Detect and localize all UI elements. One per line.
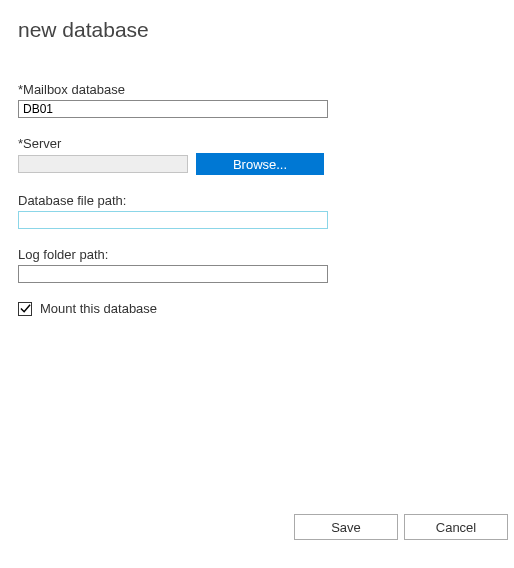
server-input [18,155,188,173]
server-row: Browse... [18,153,496,175]
mailbox-database-field: *Mailbox database [18,82,496,118]
page-title: new database [18,18,496,42]
dialog-footer: Save Cancel [294,514,508,540]
mount-checkbox-row: Mount this database [18,301,496,316]
database-file-path-label: Database file path: [18,193,496,208]
server-label: *Server [18,136,496,151]
database-file-path-field: Database file path: [18,193,496,229]
mount-checkbox[interactable] [18,302,32,316]
log-folder-path-field: Log folder path: [18,247,496,283]
mount-checkbox-label: Mount this database [40,301,157,316]
browse-button[interactable]: Browse... [196,153,324,175]
checkmark-icon [20,303,31,314]
mailbox-database-label: *Mailbox database [18,82,496,97]
log-folder-path-label: Log folder path: [18,247,496,262]
dialog-content: new database *Mailbox database *Server B… [0,0,514,334]
cancel-button[interactable]: Cancel [404,514,508,540]
server-field: *Server Browse... [18,136,496,175]
save-button[interactable]: Save [294,514,398,540]
mailbox-database-input[interactable] [18,100,328,118]
database-file-path-input[interactable] [18,211,328,229]
log-folder-path-input[interactable] [18,265,328,283]
